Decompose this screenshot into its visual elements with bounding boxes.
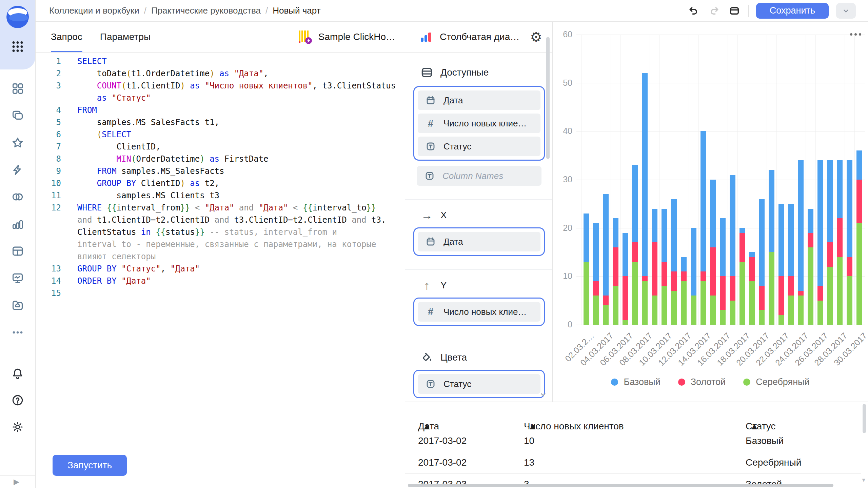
datalens-logo-icon[interactable] [6,6,29,28]
chart-type-selector[interactable]: Столбчатая диа… [440,32,523,42]
storage-folder-icon[interactable] [11,299,24,312]
bar-segment [817,286,823,301]
legend-item-Золотой[interactable]: Золотой [678,377,726,387]
x-field-chip-date[interactable]: Дата [418,232,540,251]
legend-item-Базовый[interactable]: Базовый [611,377,660,387]
code-line: 13GROUP BY "Статус", "Дата" [36,263,404,275]
field-chip-column-names[interactable]: Column Names [417,166,541,186]
bar-15.03.2017[interactable] [710,180,716,325]
undo-icon[interactable] [687,4,700,17]
scroll-down-chevron-icon[interactable] [539,390,548,399]
bar-20.03.2017[interactable] [759,199,765,325]
redo-icon[interactable] [708,4,721,17]
bar-segment [671,199,677,271]
settings-gear-icon[interactable] [11,421,24,433]
y-field-chip-new-clients[interactable]: # Число новых клие… [418,302,540,322]
bar-segment [847,257,852,276]
bar-06.03.2017[interactable] [623,233,628,325]
dataset-selector[interactable]: Sample ClickHo… [298,29,395,44]
apps-grid-icon[interactable] [13,41,23,52]
bar-28.03.2017[interactable] [837,160,843,325]
connections-lightning-icon[interactable] [11,163,24,176]
bar-segment [856,223,862,325]
bar-27.03.2017[interactable] [827,160,833,325]
colors-field-chip-status[interactable]: Статус [418,374,540,394]
field-panel-scrollbar[interactable] [546,37,550,159]
favorites-star-icon[interactable] [11,136,24,149]
bar-18.03.2017[interactable] [739,228,745,325]
bar-26.03.2017[interactable] [817,160,823,325]
table-horizontal-scrollbar[interactable] [408,484,833,487]
bar-14.03.2017[interactable] [701,131,706,325]
table-scroll-down-icon[interactable]: ▼ [861,477,866,483]
chart-menu-dots-icon[interactable] [850,33,861,36]
bar-segment [837,160,843,218]
bar-segment [778,315,784,325]
field-chip-status[interactable]: Статус [418,137,540,156]
bar-16.03.2017[interactable] [720,218,726,325]
bar-23.03.2017[interactable] [788,204,794,325]
collections-icon[interactable] [11,109,24,122]
bar-segment [662,262,667,286]
top-header: Коллекции и воркбуки / Практические руко… [36,0,868,22]
bar-segment [701,271,706,281]
bar-09.03.2017[interactable] [652,209,657,325]
breadcrumb-guides[interactable]: Практические руководства [151,5,261,16]
bar-segment [632,262,638,325]
bar-21.03.2017[interactable] [769,170,774,325]
code-line: and t1.ClientID=t2.ClientID and t3.Clien… [36,214,404,226]
tab-query[interactable]: Запрос [51,22,82,52]
gridline [576,35,865,35]
bar-12.03.2017[interactable] [681,257,687,325]
section-divider [405,341,552,341]
bar-segment [701,131,706,271]
bar-segment [749,257,755,281]
bar-17.03.2017[interactable] [730,175,735,325]
charts-bars-icon[interactable] [11,218,24,230]
sql-code-editor[interactable]: 1SELECT2 toDate(t1.OrderDatetime) as "Да… [36,55,404,299]
bar-08.03.2017[interactable] [642,73,648,325]
bar-02.03.2017[interactable] [584,214,589,325]
bar-03.03.2017[interactable] [593,223,599,325]
datasets-circles-icon[interactable] [11,190,24,203]
more-dots-icon[interactable] [11,326,24,339]
bar-segment [593,223,599,281]
bar-04.03.2017[interactable] [603,194,609,325]
panel-layout-icon[interactable] [728,4,741,17]
bar-segment [710,247,716,296]
notifications-bell-icon[interactable] [11,367,24,380]
y-axis-group: # Число новых клие… [413,298,545,326]
y-axis-tick-label: 20 [552,223,572,233]
bar-13.03.2017[interactable] [691,228,696,325]
table-row: 2017-03-02 10 Базовый [405,430,868,452]
bar-segment [642,73,648,276]
help-question-icon[interactable] [11,394,24,407]
run-button[interactable]: Запустить [53,455,127,476]
save-button[interactable]: Сохранить [756,3,829,19]
table-vertical-scrollbar[interactable] [863,404,866,433]
bar-11.03.2017[interactable] [671,199,677,325]
bar-07.03.2017[interactable] [632,165,638,325]
tab-parameters[interactable]: Параметры [100,22,151,52]
bar-25.03.2017[interactable] [808,209,813,325]
breadcrumb-collections[interactable]: Коллекции и воркбуки [49,5,139,16]
sidebar-collapse[interactable]: ▶ [0,475,35,488]
tables-icon[interactable] [11,245,24,258]
bar-30.03.2017[interactable] [856,150,862,325]
bar-segment [720,218,726,276]
bar-24.03.2017[interactable] [798,160,804,325]
bar-10.03.2017[interactable] [662,209,667,325]
bar-29.03.2017[interactable] [847,160,852,325]
bar-05.03.2017[interactable] [613,218,618,325]
field-chip-date[interactable]: Дата [418,90,540,110]
bar-19.03.2017[interactable] [749,252,755,325]
monitoring-icon[interactable] [11,272,24,285]
bar-22.03.2017[interactable] [778,204,784,325]
save-dropdown-button[interactable] [836,3,856,19]
chart-settings-gear-icon[interactable]: ⚙ [530,30,542,44]
bar-segment [808,233,813,247]
legend-item-Серебряный[interactable]: Серебряный [743,377,809,387]
field-chip-new-clients[interactable]: # Число новых клие… [418,114,540,133]
dashboard-grid-icon[interactable] [11,82,24,95]
bar-segment [769,170,774,252]
